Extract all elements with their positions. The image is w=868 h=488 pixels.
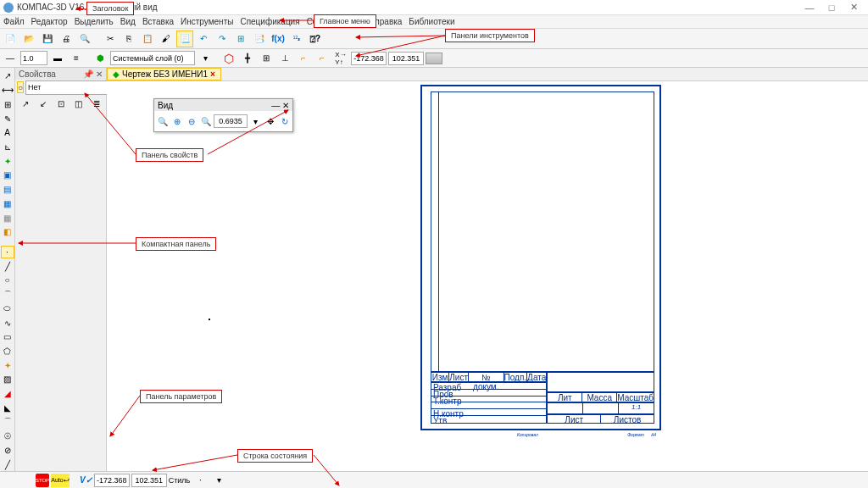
- spec-icon[interactable]: 📑: [251, 30, 268, 47]
- prop-i3-icon[interactable]: ⊡: [54, 97, 68, 110]
- report-icon[interactable]: ▦: [1, 211, 14, 225]
- copy-icon[interactable]: ⎘: [120, 30, 137, 47]
- menu-view[interactable]: Вид: [120, 17, 136, 26]
- ucs-icon[interactable]: ⌐: [295, 50, 312, 67]
- param-dd-icon[interactable]: ▾: [210, 472, 227, 489]
- ellipse-tool-icon[interactable]: ⬭: [1, 302, 14, 315]
- properties-pin-icon[interactable]: 📌 ✕: [83, 69, 103, 79]
- lib-icon[interactable]: ⊞: [232, 30, 249, 47]
- menu-file[interactable]: Файл: [3, 17, 25, 26]
- coord-y[interactable]: [388, 52, 424, 65]
- refresh-icon[interactable]: ↻: [278, 114, 291, 129]
- aux-tool-icon[interactable]: ✦: [1, 358, 14, 372]
- linewidth-select[interactable]: [20, 51, 47, 65]
- extend-tool-icon[interactable]: ╱: [1, 458, 14, 471]
- param-style-icon[interactable]: ·: [192, 472, 209, 489]
- auto-button[interactable]: Auto⮐: [51, 474, 70, 487]
- rough-icon[interactable]: ✎: [1, 112, 14, 125]
- offset-tool-icon[interactable]: ⦾: [1, 430, 14, 443]
- chamfer-tool-icon[interactable]: ◣: [1, 401, 14, 414]
- prop-i1-icon[interactable]: ↗: [19, 97, 32, 110]
- axis-icon[interactable]: ⊥: [276, 50, 293, 67]
- style-icon[interactable]: ○: [17, 81, 24, 93]
- linecolor-icon[interactable]: ▬: [49, 50, 66, 67]
- prop-i5-icon[interactable]: ≣: [90, 97, 103, 110]
- fx-icon[interactable]: f(x): [270, 30, 287, 47]
- tab-active[interactable]: ◆ Чертеж БЕЗ ИМЕНИ1 ×: [107, 68, 221, 80]
- properties-icon[interactable]: 📃: [176, 30, 193, 47]
- layer-select[interactable]: [110, 51, 195, 65]
- layerdd-icon[interactable]: ▾: [197, 50, 214, 67]
- select-icon[interactable]: ▣: [1, 169, 14, 182]
- fill-tool-icon[interactable]: ◢: [1, 387, 14, 401]
- view-panel-header[interactable]: Вид — ✕: [154, 99, 292, 111]
- close-button[interactable]: ✕: [843, 2, 865, 13]
- zoom-out-icon[interactable]: ⊖: [185, 114, 198, 129]
- param-x[interactable]: [94, 474, 130, 487]
- stop-button[interactable]: STOP: [36, 474, 49, 487]
- poly-tool-icon[interactable]: ⬠: [1, 345, 14, 358]
- assoc-icon[interactable]: ▤: [1, 183, 14, 197]
- circle-tool-icon[interactable]: ○: [1, 274, 14, 287]
- menu-tools[interactable]: Инструменты: [181, 17, 233, 26]
- menu-editor[interactable]: Редактор: [31, 17, 68, 26]
- break-tool-icon[interactable]: ⊘: [1, 444, 14, 458]
- param-icon[interactable]: ⊾: [1, 141, 14, 154]
- pan-icon[interactable]: ✥: [264, 114, 276, 129]
- layer-icon[interactable]: ⬢: [92, 50, 108, 67]
- menu-insert[interactable]: Вставка: [142, 17, 174, 26]
- hatch-tool-icon[interactable]: ▨: [1, 373, 14, 386]
- save-icon[interactable]: 💾: [39, 30, 56, 47]
- edit-icon[interactable]: A: [1, 126, 14, 140]
- help-icon[interactable]: ⍰?: [307, 30, 324, 47]
- arc-tool-icon[interactable]: ⌒: [1, 288, 14, 302]
- ortho-icon[interactable]: ╋: [239, 50, 256, 67]
- menu-select[interactable]: Выделить: [75, 17, 114, 26]
- prop-i2-icon[interactable]: ↙: [36, 97, 50, 110]
- rect-tool-icon[interactable]: ▭: [1, 330, 14, 344]
- measure-icon[interactable]: ✦: [1, 154, 14, 168]
- rounding-icon[interactable]: ⌐: [314, 50, 331, 67]
- zoom-fit-icon[interactable]: 🔍: [199, 114, 212, 129]
- insert-icon[interactable]: ◧: [1, 225, 14, 239]
- xy-icon[interactable]: X→Y↑: [332, 50, 349, 67]
- geom-icon[interactable]: ↗: [1, 69, 14, 83]
- zoom-dd-icon[interactable]: ▾: [249, 114, 262, 129]
- print-icon[interactable]: 🖨: [58, 30, 75, 47]
- vars-icon[interactable]: ¹²₃: [288, 30, 305, 47]
- snap-icon[interactable]: ⬡: [220, 50, 237, 67]
- coord-x[interactable]: [351, 52, 387, 65]
- view-panel-close-icon[interactable]: — ✕: [271, 101, 289, 110]
- point-tool-icon[interactable]: ·: [1, 246, 14, 259]
- undo-icon[interactable]: ↶: [195, 30, 212, 47]
- fillet-tool-icon[interactable]: ⌒: [1, 415, 14, 429]
- tab-close-icon[interactable]: ×: [210, 69, 215, 79]
- zoom-value[interactable]: [214, 114, 248, 128]
- zoom-window-icon[interactable]: 🔍: [156, 114, 169, 129]
- prop-i4-icon[interactable]: ◫: [72, 97, 86, 110]
- cut-icon[interactable]: ✂: [102, 30, 119, 47]
- zoom-in-icon[interactable]: ⊕: [170, 114, 183, 129]
- texts-icon[interactable]: ⊞: [1, 97, 14, 111]
- view-panel[interactable]: Вид — ✕ 🔍 ⊕ ⊖ 🔍 ▾ ✥ ↻: [153, 98, 293, 132]
- grid-icon[interactable]: ⊞: [258, 50, 275, 67]
- minimize-button[interactable]: —: [798, 3, 821, 13]
- open-icon[interactable]: 📂: [20, 30, 37, 47]
- menu-libs[interactable]: Библиотеки: [409, 17, 454, 26]
- param-y[interactable]: [131, 474, 167, 487]
- menu-spec[interactable]: Спецификация: [240, 17, 299, 26]
- v-checkbox[interactable]: V✓: [80, 475, 92, 485]
- drawing-canvas[interactable]: Вид — ✕ 🔍 ⊕ ⊖ 🔍 ▾ ✥ ↻: [107, 81, 868, 471]
- redo-icon[interactable]: ↷: [214, 30, 231, 47]
- line-tool-icon[interactable]: ╱: [1, 259, 14, 273]
- spec2-icon[interactable]: ▦: [1, 197, 14, 210]
- maximize-button[interactable]: □: [821, 3, 843, 13]
- new-icon[interactable]: 📄: [2, 30, 19, 47]
- style-icon[interactable]: —: [2, 50, 19, 67]
- dim-icon[interactable]: ⟷: [1, 84, 14, 97]
- paste-icon[interactable]: 📋: [139, 30, 156, 47]
- format-icon[interactable]: 🖌: [158, 30, 175, 47]
- preview-icon[interactable]: 🔍: [76, 30, 93, 47]
- linetype-icon[interactable]: ≡: [68, 50, 85, 67]
- spline-tool-icon[interactable]: ∿: [1, 316, 14, 330]
